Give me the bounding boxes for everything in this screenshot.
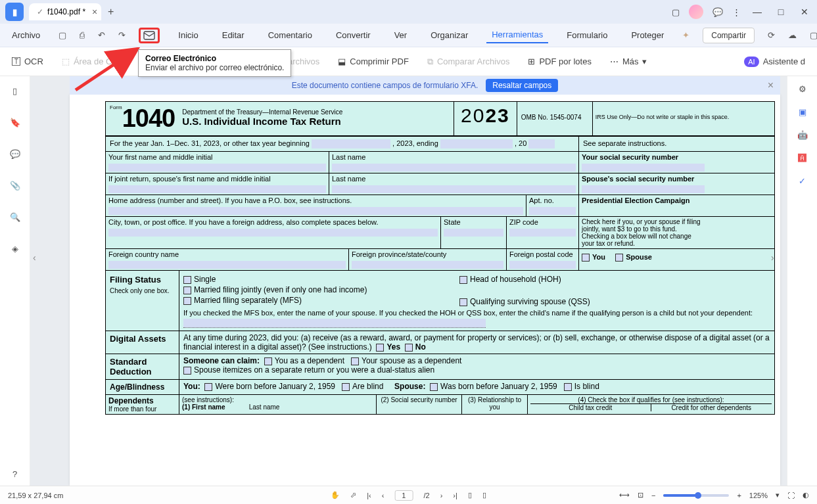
field-spouse-last[interactable] (332, 185, 576, 193)
layers-icon[interactable]: ◈ (9, 242, 22, 255)
hand-tool-icon[interactable]: ✋ (331, 491, 340, 499)
checkbox-qss[interactable] (459, 298, 467, 306)
bookmarks-icon[interactable]: 🔖 (9, 116, 22, 129)
menu-comentario[interactable]: Comentario (263, 28, 317, 43)
checkbox-spouse-dep[interactable] (351, 357, 359, 365)
checkbox-mfs[interactable] (183, 297, 191, 305)
last-page-icon[interactable]: ›| (453, 492, 457, 499)
bulb-icon[interactable]: ✦ (682, 30, 689, 40)
field-fprov[interactable] (352, 261, 503, 269)
comparar-button[interactable]: ⧉Comparar Archivos (427, 57, 510, 67)
checkbox-mfj[interactable] (183, 286, 191, 294)
checkbox-single[interactable] (183, 276, 191, 284)
menu-editar[interactable]: Editar (217, 28, 250, 43)
checkbox-you-blind[interactable] (342, 383, 350, 391)
fit-page-icon[interactable]: ⊡ (638, 491, 643, 499)
thumbnails-icon[interactable]: ▯ (9, 84, 22, 97)
cloud-icon[interactable]: ☁ (788, 30, 797, 40)
panel-icon[interactable]: ▢ (672, 7, 680, 17)
checkbox-spouse-blind[interactable] (564, 383, 572, 391)
kebab-icon[interactable]: ⋮ (732, 7, 741, 17)
next-page-arrow[interactable]: › (771, 252, 784, 265)
single-view-icon[interactable]: ▯ (468, 491, 472, 499)
checkbox-da-no[interactable] (405, 344, 413, 352)
checkbox-pec-you[interactable] (582, 254, 590, 262)
undo-icon[interactable]: ↶ (98, 30, 105, 40)
settings-icon[interactable]: ⚙ (799, 84, 806, 94)
resaltar-button[interactable]: Resaltar campos (486, 79, 558, 92)
field-ssn[interactable] (582, 164, 705, 172)
field-apt[interactable] (529, 207, 576, 215)
field-fpostal[interactable] (509, 261, 576, 269)
chat-icon[interactable]: 💬 (712, 7, 723, 17)
document-tab[interactable]: ✓ f1040.pdf * × (29, 3, 101, 20)
field-spouse-ssn[interactable] (582, 185, 705, 193)
field-city[interactable] (108, 229, 438, 237)
search-icon[interactable]: 🔍 (9, 210, 22, 223)
translate-icon[interactable]: 🅰 (798, 153, 806, 163)
zoom-slider[interactable] (663, 494, 729, 497)
prev-page-arrow[interactable]: ‹ (33, 252, 46, 265)
menu-ver[interactable]: Ver (389, 28, 413, 43)
ai-chat-icon[interactable]: 🤖 (797, 130, 808, 140)
widget-icon[interactable]: ▣ (799, 107, 806, 117)
close-window-button[interactable]: ✕ (797, 7, 812, 17)
field-year-end[interactable] (440, 139, 513, 149)
field-spouse-first[interactable] (108, 185, 326, 193)
add-tab-button[interactable]: + (108, 6, 114, 18)
avatar[interactable] (689, 5, 703, 19)
maximize-button[interactable]: □ (774, 7, 788, 17)
page-input[interactable]: 1 (394, 490, 413, 501)
menu-convertir[interactable]: Convertir (331, 28, 376, 43)
compartir-button[interactable]: Compartir (703, 28, 755, 43)
field-year-begin[interactable] (312, 139, 390, 149)
menu-herramientas[interactable]: Herramientas (486, 27, 548, 43)
close-tab-icon[interactable]: × (92, 7, 97, 17)
fullscreen-icon[interactable]: ⛶ (787, 492, 795, 499)
xfa-close-icon[interactable]: × (768, 80, 774, 91)
mas-button[interactable]: ⋯Más ▾ (610, 57, 647, 66)
check-icon[interactable]: ✓ (799, 176, 806, 186)
menu-archivo[interactable]: Archivo (7, 28, 45, 43)
attachments-icon[interactable]: 📎 (9, 179, 22, 192)
print-icon[interactable]: ⎙ (80, 30, 85, 40)
checkbox-spouse-born[interactable] (430, 383, 438, 391)
checkbox-you-born[interactable] (204, 383, 212, 391)
redo-icon[interactable]: ↷ (118, 30, 126, 40)
save-icon[interactable]: ▢ (58, 30, 66, 40)
select-tool-icon[interactable]: ⬀ (350, 491, 356, 499)
app-icon[interactable]: ▮ (5, 3, 24, 21)
field-fcountry[interactable] (108, 261, 346, 269)
cont-view-icon[interactable]: ▯ (482, 491, 486, 499)
comments-icon[interactable]: 💬 (9, 147, 22, 160)
zoom-value[interactable]: 125% (749, 492, 768, 499)
comprimir-button[interactable]: ⬓Comprimir PDF (338, 57, 409, 66)
zoom-in-icon[interactable]: + (737, 492, 741, 499)
ocr-button[interactable]: 🅃OCR (12, 57, 43, 66)
field-last-name[interactable] (332, 164, 576, 172)
checkbox-hoh[interactable] (459, 276, 467, 284)
box-icon[interactable]: ▢ (810, 30, 817, 40)
next-page-icon[interactable]: › (440, 492, 443, 499)
first-page-icon[interactable]: |‹ (367, 492, 371, 499)
checkbox-da-yes[interactable] (376, 344, 384, 352)
field-address[interactable] (108, 207, 523, 215)
field-state[interactable] (444, 229, 503, 237)
minimize-button[interactable]: — (750, 7, 764, 17)
email-button[interactable] (139, 28, 160, 43)
menu-organizar[interactable]: Organizar (425, 28, 473, 43)
share-icon[interactable]: ⟳ (768, 30, 775, 40)
field-zip[interactable] (509, 229, 576, 237)
checkbox-spouse-item[interactable] (183, 367, 191, 375)
help-icon[interactable]: ? (9, 467, 22, 480)
checkbox-you-dep[interactable] (264, 357, 272, 365)
zoom-out-icon[interactable]: − (651, 492, 655, 499)
field-year-yy[interactable] (528, 139, 555, 149)
menu-formulario[interactable]: Formulario (561, 28, 613, 43)
asistente-button[interactable]: AIAsistente d (744, 57, 805, 67)
prev-page-icon[interactable]: ‹ (382, 492, 385, 499)
lotes-button[interactable]: ⊞PDF por lotes (528, 57, 591, 66)
field-first-name[interactable] (108, 164, 326, 172)
checkbox-pec-spouse[interactable] (615, 254, 623, 262)
reader-icon[interactable]: ◐ (803, 491, 809, 499)
